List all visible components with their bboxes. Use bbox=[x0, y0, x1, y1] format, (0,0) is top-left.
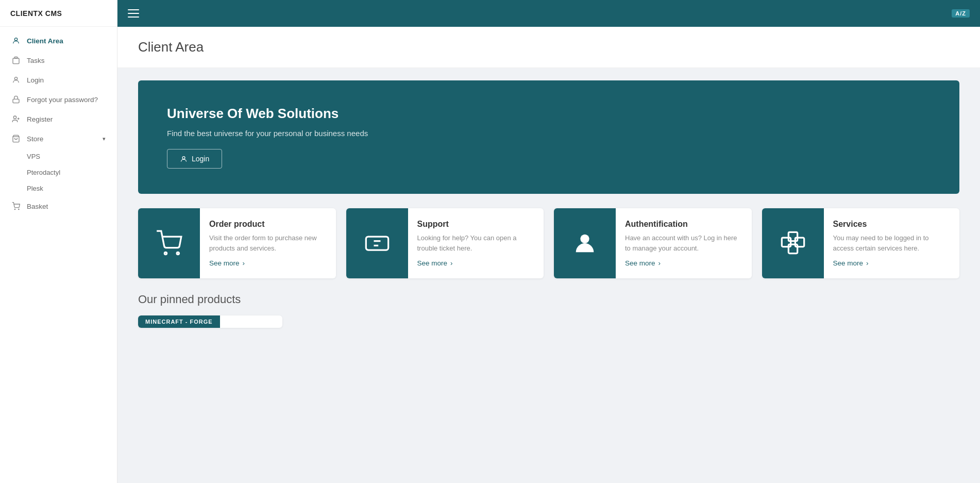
sidebar-item-login[interactable]: Login bbox=[0, 70, 117, 90]
sidebar-submenu-store: VPS Pterodactyl Plesk bbox=[0, 148, 117, 196]
sidebar-item-vps[interactable]: VPS bbox=[0, 148, 117, 164]
sidebar-item-basket[interactable]: Basket bbox=[0, 196, 117, 216]
auth-body: Authentification Have an account with us… bbox=[616, 208, 752, 278]
order-product-see-more-label: See more bbox=[209, 259, 240, 267]
topbar-badge: A/Z bbox=[952, 9, 970, 18]
pinned-product-card: MINECRAFT - FORGE bbox=[138, 315, 282, 328]
hero-login-button[interactable]: Login bbox=[167, 149, 222, 169]
services-see-more-label: See more bbox=[833, 259, 864, 267]
auth-icon-panel bbox=[554, 208, 616, 278]
auth-see-more-label: See more bbox=[625, 259, 655, 267]
svg-point-11 bbox=[182, 156, 185, 159]
sidebar-item-store[interactable]: Store ▾ bbox=[0, 129, 117, 148]
shopping-bag-icon bbox=[11, 134, 21, 143]
feature-card-services: Services You may need to be logged in to… bbox=[762, 208, 960, 278]
pinned-products-heading: Our pinned products bbox=[138, 293, 959, 306]
feature-card-auth: Authentification Have an account with us… bbox=[554, 208, 752, 278]
svg-rect-19 bbox=[788, 232, 797, 241]
order-product-desc: Visit the order form to purchase new pro… bbox=[209, 233, 327, 253]
chevron-right-icon-auth: › bbox=[658, 259, 661, 267]
user-circle-icon bbox=[11, 36, 21, 45]
auth-see-more[interactable]: See more › bbox=[625, 259, 742, 267]
boxes-icon bbox=[780, 230, 806, 257]
main-content: A/Z Client Area Universe Of Web Solution… bbox=[117, 0, 980, 483]
pinned-products-section: Our pinned products MINECRAFT - FORGE bbox=[138, 293, 959, 328]
feature-card-order-product: Order product Visit the order form to pu… bbox=[138, 208, 336, 278]
support-icon-panel bbox=[346, 208, 408, 278]
support-body: Support Looking for help? You can open a… bbox=[408, 208, 544, 278]
services-title: Services bbox=[833, 220, 951, 229]
topbar: A/Z bbox=[117, 0, 980, 27]
services-desc: You may need to be logged in to access c… bbox=[833, 233, 951, 253]
feature-card-support: Support Looking for help? You can open a… bbox=[346, 208, 544, 278]
svg-point-13 bbox=[177, 252, 179, 254]
content-area: Universe Of Web Solutions Find the best … bbox=[117, 68, 980, 340]
sidebar-label-store: Store bbox=[27, 135, 43, 143]
sidebar-item-client-area[interactable]: Client Area bbox=[0, 31, 117, 51]
user-plus-icon bbox=[11, 114, 21, 124]
lock-icon bbox=[11, 95, 21, 104]
order-product-see-more[interactable]: See more › bbox=[209, 259, 327, 267]
chevron-right-icon-services: › bbox=[866, 259, 869, 267]
svg-rect-2 bbox=[13, 58, 19, 64]
svg-rect-14 bbox=[366, 237, 388, 250]
support-title: Support bbox=[417, 220, 535, 229]
shopping-cart-icon bbox=[11, 202, 21, 211]
svg-point-15 bbox=[580, 235, 589, 243]
hero-login-label: Login bbox=[192, 155, 209, 163]
pinned-product-badge: MINECRAFT - FORGE bbox=[138, 315, 220, 328]
sidebar-item-pterodactyl[interactable]: Pterodactyl bbox=[0, 164, 117, 180]
chevron-right-icon: › bbox=[243, 259, 245, 267]
topbar-right: A/Z bbox=[952, 9, 970, 18]
order-product-body: Order product Visit the order form to pu… bbox=[200, 208, 336, 278]
sidebar-label-register: Register bbox=[27, 115, 53, 123]
support-see-more-label: See more bbox=[417, 259, 448, 267]
sidebar-label-login: Login bbox=[27, 76, 44, 84]
svg-rect-4 bbox=[13, 99, 19, 103]
user-icon bbox=[11, 75, 21, 85]
svg-point-5 bbox=[13, 116, 16, 119]
services-see-more[interactable]: See more › bbox=[833, 259, 951, 267]
chevron-down-icon: ▾ bbox=[103, 136, 106, 142]
svg-point-12 bbox=[164, 252, 166, 254]
sidebar-item-tasks[interactable]: Tasks bbox=[0, 51, 117, 70]
hero-subheading: Find the best universe for your personal… bbox=[167, 129, 931, 138]
chevron-right-icon-support: › bbox=[450, 259, 453, 267]
sidebar-nav: Client Area Tasks Login bbox=[0, 27, 117, 220]
app-logo: CLIENTX CMS bbox=[0, 0, 117, 27]
ticket-icon bbox=[364, 230, 391, 257]
clipboard-icon bbox=[11, 56, 21, 65]
order-product-title: Order product bbox=[209, 220, 327, 229]
services-icon-panel bbox=[762, 208, 824, 278]
menu-bar-2 bbox=[128, 13, 139, 14]
sidebar-label-tasks: Tasks bbox=[27, 57, 45, 64]
svg-point-10 bbox=[19, 209, 19, 209]
sidebar-item-forgot-password[interactable]: Forgot your password? bbox=[0, 90, 117, 109]
support-desc: Looking for help? You can open a trouble… bbox=[417, 233, 535, 253]
hero-banner: Universe Of Web Solutions Find the best … bbox=[138, 80, 959, 194]
menu-bar-3 bbox=[128, 16, 139, 18]
cart-icon bbox=[156, 230, 182, 257]
svg-point-3 bbox=[14, 77, 17, 80]
feature-cards: Order product Visit the order form to pu… bbox=[138, 208, 959, 278]
sidebar-label-client-area: Client Area bbox=[27, 37, 63, 45]
order-product-icon-panel bbox=[138, 208, 200, 278]
svg-point-9 bbox=[14, 209, 15, 209]
services-body: Services You may need to be logged in to… bbox=[824, 208, 960, 278]
page-header: Client Area bbox=[117, 27, 980, 68]
sidebar-item-register[interactable]: Register bbox=[0, 109, 117, 129]
sidebar: CLIENTX CMS Client Area Tasks bbox=[0, 0, 117, 483]
user-auth-icon bbox=[571, 230, 598, 257]
sidebar-item-plesk[interactable]: Plesk bbox=[0, 180, 117, 196]
support-see-more[interactable]: See more › bbox=[417, 259, 535, 267]
menu-bar-1 bbox=[128, 9, 139, 10]
auth-title: Authentification bbox=[625, 220, 742, 229]
login-icon bbox=[180, 155, 188, 163]
svg-point-0 bbox=[14, 38, 17, 41]
menu-toggle-button[interactable] bbox=[128, 9, 139, 18]
auth-desc: Have an account with us? Log in here to … bbox=[625, 233, 742, 253]
hero-heading: Universe Of Web Solutions bbox=[167, 106, 931, 122]
sidebar-label-forgot-password: Forgot your password? bbox=[27, 96, 98, 104]
page-title: Client Area bbox=[138, 39, 959, 55]
sidebar-label-basket: Basket bbox=[27, 203, 48, 210]
